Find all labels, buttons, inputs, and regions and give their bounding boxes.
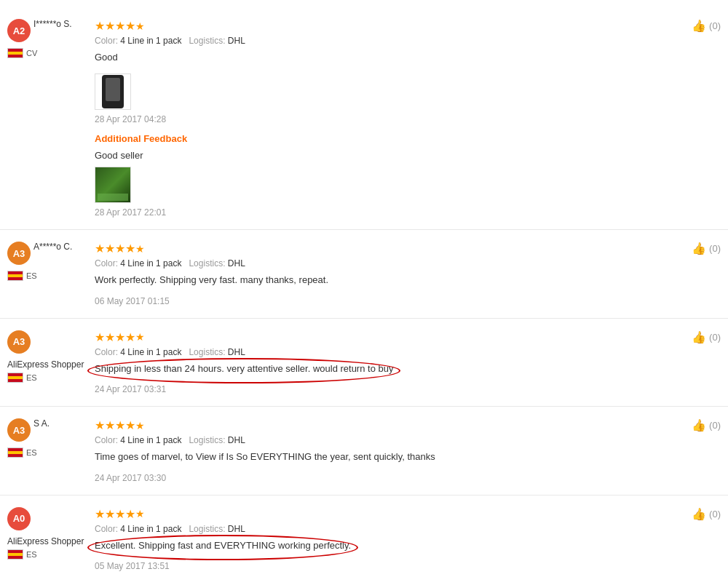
reviewer-avatar: A3	[7, 418, 31, 442]
stars-row: ★★★★★	[95, 242, 677, 255]
star-filled: ★	[105, 330, 115, 344]
color-logistics: Color: 4 Line in 1 pack Logistics: DHL	[95, 524, 677, 534]
star-filled: ★	[115, 418, 125, 432]
review-text-wrapper: Good	[95, 50, 118, 69]
review-content: ★★★★★Color: 4 Line in 1 pack Logistics: …	[95, 330, 721, 395]
thumbs-up-icon[interactable]: 👍	[692, 330, 706, 344]
reviewer-avatar: A2	[7, 19, 31, 42]
star-filled: ★	[125, 330, 135, 344]
reviewer-name: I******o S.	[33, 19, 72, 29]
star-half: ★	[135, 420, 145, 431]
like-section[interactable]: 👍(0)	[692, 19, 721, 33]
additional-feedback-text: Good seller	[95, 148, 677, 163]
reviewer-name: S A.	[33, 418, 50, 429]
reviewer-avatar: A0	[7, 507, 31, 530]
review-date: 24 Apr 2017 03:31	[95, 384, 677, 394]
stars-row: ★★★★★	[95, 418, 677, 432]
product-thumbnail	[95, 73, 131, 110]
review-text: Good	[95, 50, 118, 65]
review-date: 24 Apr 2017 03:30	[95, 473, 677, 483]
star-half: ★	[135, 331, 145, 343]
thumbs-up-icon[interactable]: 👍	[692, 242, 706, 255]
country-code: ES	[26, 271, 37, 280]
review-item: A0AliExpress ShopperES★★★★★Color: 4 Line…	[0, 496, 728, 578]
like-section[interactable]: 👍(0)	[692, 507, 721, 521]
star-filled: ★	[115, 242, 125, 255]
star-half: ★	[135, 20, 145, 32]
stars-row: ★★★★★	[95, 507, 677, 521]
review-item: A3S A.ES★★★★★Color: 4 Line in 1 pack Log…	[0, 407, 728, 496]
review-text: Shipping in less than 24 hours. very att…	[95, 362, 393, 376]
color-logistics: Color: 4 Line in 1 pack Logistics: DHL	[95, 36, 677, 46]
thumbs-up-icon[interactable]: 👍	[692, 19, 706, 33]
thumbs-up-icon[interactable]: 👍	[692, 507, 706, 521]
reviewer-name: AliExpress Shopper	[7, 359, 95, 370]
like-section[interactable]: 👍(0)	[692, 418, 721, 432]
star-filled: ★	[125, 418, 135, 432]
star-filled: ★	[95, 19, 105, 33]
reviewer-avatar: A3	[7, 330, 31, 354]
flag-icon	[7, 549, 23, 560]
flag-icon	[7, 447, 23, 458]
like-section[interactable]: 👍(0)	[692, 242, 721, 255]
like-count: (0)	[709, 420, 721, 431]
reviewer-info: A2I******o S.CV	[7, 19, 95, 218]
review-text: Work perfectly. Shipping very fast. many…	[95, 273, 328, 287]
color-logistics: Color: 4 Line in 1 pack Logistics: DHL	[95, 347, 677, 357]
star-filled: ★	[125, 242, 135, 255]
star-filled: ★	[125, 507, 135, 521]
like-count: (0)	[709, 332, 721, 343]
reviewer-name: AliExpress Shopper	[7, 536, 95, 546]
review-text: Time goes of marvel, to View if Is So EV…	[95, 450, 435, 464]
reviewer-info: A0AliExpress ShopperES	[7, 507, 95, 572]
star-filled: ★	[95, 330, 105, 344]
review-text-wrapper: Work perfectly. Shipping very fast. many…	[95, 273, 328, 292]
reviewer-info: A3A*****o C.ES	[7, 242, 95, 306]
country-flag: ES	[7, 271, 95, 281]
reviews-container: A2I******o S.CV★★★★★Color: 4 Line in 1 p…	[0, 0, 728, 577]
country-flag: ES	[7, 447, 95, 458]
country-flag: ES	[7, 549, 95, 560]
country-flag: CV	[7, 48, 95, 58]
review-content: ★★★★★Color: 4 Line in 1 pack Logistics: …	[95, 507, 721, 572]
star-filled: ★	[115, 19, 125, 33]
review-content: ★★★★★Color: 4 Line in 1 pack Logistics: …	[95, 418, 721, 483]
additional-feedback-thumbnail	[95, 167, 131, 203]
stars-row: ★★★★★	[95, 19, 677, 33]
review-item: A2I******o S.CV★★★★★Color: 4 Line in 1 p…	[0, 7, 728, 230]
stars-row: ★★★★★	[95, 330, 677, 344]
star-half: ★	[135, 508, 145, 520]
like-count: (0)	[709, 20, 721, 31]
review-date: 05 May 2017 13:51	[95, 561, 677, 571]
country-flag: ES	[7, 373, 95, 383]
reviewer-name: A*****o C.	[33, 242, 72, 252]
reviewer-info: A3AliExpress ShopperES	[7, 330, 95, 395]
additional-feedback-label: Additional Feedback	[95, 133, 677, 144]
star-filled: ★	[115, 330, 125, 344]
review-text-wrapper: Time goes of marvel, to View if Is So EV…	[95, 450, 435, 469]
review-item: A3A*****o C.ES★★★★★Color: 4 Line in 1 pa…	[0, 230, 728, 319]
star-filled: ★	[125, 19, 135, 33]
country-code: ES	[26, 373, 37, 382]
review-date: 06 May 2017 01:15	[95, 296, 677, 306]
country-code: ES	[26, 550, 37, 559]
star-filled: ★	[95, 418, 105, 432]
flag-icon	[7, 271, 23, 281]
star-filled: ★	[105, 418, 115, 432]
additional-feedback: Additional FeedbackGood seller28 Apr 201…	[95, 133, 677, 218]
star-filled: ★	[95, 242, 105, 255]
additional-feedback-date: 28 Apr 2017 22:01	[95, 207, 677, 218]
reviewer-info: A3S A.ES	[7, 418, 95, 483]
review-text-wrapper: Excellent. Shipping fast and EVERYTHING …	[95, 538, 351, 557]
review-date: 28 Apr 2017 04:28	[95, 114, 677, 124]
star-filled: ★	[105, 242, 115, 255]
star-filled: ★	[115, 507, 125, 521]
like-count: (0)	[709, 243, 721, 254]
review-text-wrapper: Shipping in less than 24 hours. very att…	[95, 362, 393, 381]
review-item: A3AliExpress ShopperES★★★★★Color: 4 Line…	[0, 319, 728, 407]
star-filled: ★	[95, 507, 105, 521]
thumbs-up-icon[interactable]: 👍	[692, 418, 706, 432]
star-filled: ★	[105, 507, 115, 521]
like-count: (0)	[709, 509, 721, 520]
like-section[interactable]: 👍(0)	[692, 330, 721, 344]
